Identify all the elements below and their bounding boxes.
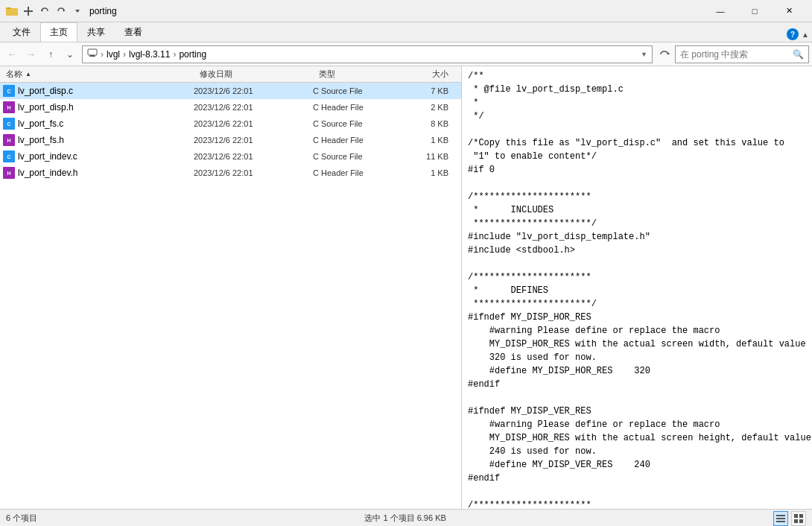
view-controls [773, 511, 806, 526]
svg-rect-12 [776, 518, 785, 519]
table-row[interactable]: C lv_port_indev.c 2023/12/6 22:01 C Sour… [0, 148, 461, 165]
svg-rect-9 [89, 56, 95, 57]
up-button[interactable]: ↑ [42, 45, 60, 63]
svg-rect-8 [90, 55, 95, 56]
folder-icon [6, 5, 18, 17]
new-icon[interactable] [22, 5, 34, 17]
file-icon-h: H [3, 167, 15, 179]
window-controls: — □ ✕ [703, 0, 806, 22]
col-header-size[interactable]: 大小 [395, 68, 454, 80]
maximize-button[interactable]: □ [738, 0, 772, 22]
tab-file[interactable]: 文件 [3, 22, 40, 42]
breadcrumb-sep3: › [173, 49, 176, 60]
table-row[interactable]: H lv_port_disp.h 2023/12/6 22:01 C Heade… [0, 99, 461, 115]
file-name: lv_port_indev.c [18, 151, 77, 162]
column-headers: 名称▲ 修改日期 类型 大小 [0, 66, 461, 83]
breadcrumb-sep2: › [123, 49, 126, 60]
svg-rect-1 [6, 7, 11, 9]
file-type: C Source File [313, 119, 395, 128]
breadcrumb[interactable]: › lvgl › lvgl-8.3.11 › porting ▼ [82, 45, 653, 63]
file-icon-c: C [3, 118, 15, 130]
svg-rect-0 [6, 8, 18, 16]
breadcrumb-porting[interactable]: porting [179, 49, 206, 60]
file-name: lv_port_disp.h [18, 102, 74, 113]
svg-rect-14 [794, 514, 798, 518]
close-button[interactable]: ✕ [772, 0, 806, 22]
tab-view[interactable]: 查看 [115, 22, 152, 42]
tab-share[interactable]: 共享 [77, 22, 115, 42]
recent-locations-button[interactable]: ⌄ [61, 45, 79, 63]
svg-marker-6 [75, 10, 80, 13]
file-date: 2023/12/6 22:01 [194, 152, 313, 161]
title-bar: porting — □ ✕ [0, 0, 812, 22]
col-header-name[interactable]: 名称▲ [0, 68, 194, 80]
file-name: lv_port_disp.c [18, 86, 73, 96]
details-view-button[interactable] [773, 511, 788, 526]
dropdown-icon[interactable] [72, 5, 83, 17]
table-row[interactable]: H lv_port_indev.h 2023/12/6 22:01 C Head… [0, 165, 461, 181]
file-date: 2023/12/6 22:01 [194, 103, 313, 112]
file-type: C Header File [313, 136, 395, 145]
undo-icon[interactable] [39, 5, 51, 17]
address-bar: ← → ↑ ⌄ › lvgl › lvgl-8.3.11 › porting ▼… [0, 42, 812, 66]
file-name: lv_port_fs.h [18, 135, 64, 145]
file-name: lv_port_indev.h [18, 168, 78, 178]
file-rows: C lv_port_disp.c 2023/12/6 22:01 C Sourc… [0, 83, 461, 181]
col-header-date[interactable]: 修改日期 [194, 68, 313, 80]
table-row[interactable]: C lv_port_fs.c 2023/12/6 22:01 C Source … [0, 115, 461, 132]
file-date: 2023/12/6 22:01 [194, 168, 313, 177]
file-type: C Source File [313, 86, 395, 95]
sort-arrow-name: ▲ [25, 71, 31, 77]
file-date: 2023/12/6 22:01 [194, 119, 313, 128]
file-size: 2 KB [395, 103, 454, 112]
svg-rect-15 [799, 514, 803, 518]
window-title: porting [89, 6, 703, 16]
svg-rect-16 [794, 519, 798, 523]
file-name: lv_port_fs.c [18, 118, 63, 129]
file-date: 2023/12/6 22:01 [194, 86, 313, 95]
ribbon: 文件 主页 共享 查看 ? ▲ [0, 22, 812, 42]
file-icon-c: C [3, 150, 15, 162]
breadcrumb-dropdown[interactable]: ▼ [641, 51, 647, 58]
forward-button[interactable]: → [22, 45, 40, 63]
breadcrumb-sep1: › [101, 49, 104, 60]
search-input[interactable] [680, 49, 793, 60]
ribbon-tabs: 文件 主页 共享 查看 ? ▲ [0, 22, 812, 42]
col-header-type[interactable]: 类型 [313, 68, 395, 80]
search-icon[interactable]: 🔍 [793, 49, 804, 60]
file-type: C Header File [313, 168, 395, 177]
file-size: 11 KB [395, 152, 454, 161]
large-icons-view-button[interactable] [791, 511, 806, 526]
minimize-button[interactable]: — [703, 0, 738, 22]
ribbon-expand-icon[interactable]: ▲ [802, 31, 809, 39]
file-type: C Source File [313, 152, 395, 161]
file-size: 7 KB [395, 86, 454, 95]
file-type: C Header File [313, 103, 395, 112]
table-row[interactable]: H lv_port_fs.h 2023/12/6 22:01 C Header … [0, 132, 461, 148]
tab-home[interactable]: 主页 [40, 22, 77, 42]
breadcrumb-lvgl[interactable]: lvgl [107, 49, 120, 60]
file-size: 1 KB [395, 136, 454, 145]
selected-info: 选中 1 个项目 6.96 KB [364, 513, 445, 524]
main-area: 名称▲ 修改日期 类型 大小 C lv_port_disp.c 2023/12/… [0, 66, 812, 509]
svg-rect-17 [799, 519, 803, 523]
item-count: 6 个项目 [6, 513, 37, 524]
file-size: 8 KB [395, 119, 454, 128]
file-icon-c: C [3, 85, 15, 97]
code-viewer[interactable]: /** * @file lv_port_disp_templ.c * */ /*… [462, 66, 812, 509]
back-button[interactable]: ← [3, 45, 21, 63]
svg-rect-3 [28, 7, 29, 16]
redo-icon[interactable] [55, 5, 67, 17]
svg-rect-7 [88, 49, 97, 55]
refresh-button[interactable] [656, 45, 673, 63]
quick-access-toolbar [6, 5, 83, 17]
file-list-panel: 名称▲ 修改日期 类型 大小 C lv_port_disp.c 2023/12/… [0, 66, 462, 509]
help-icon[interactable]: ? [787, 28, 799, 40]
svg-rect-11 [776, 515, 785, 516]
table-row[interactable]: C lv_port_disp.c 2023/12/6 22:01 C Sourc… [0, 83, 461, 99]
breadcrumb-pc-icon [87, 48, 98, 60]
file-date: 2023/12/6 22:01 [194, 136, 313, 145]
file-size: 1 KB [395, 168, 454, 177]
breadcrumb-version[interactable]: lvgl-8.3.11 [129, 49, 170, 60]
search-bar[interactable]: 🔍 [675, 45, 809, 63]
